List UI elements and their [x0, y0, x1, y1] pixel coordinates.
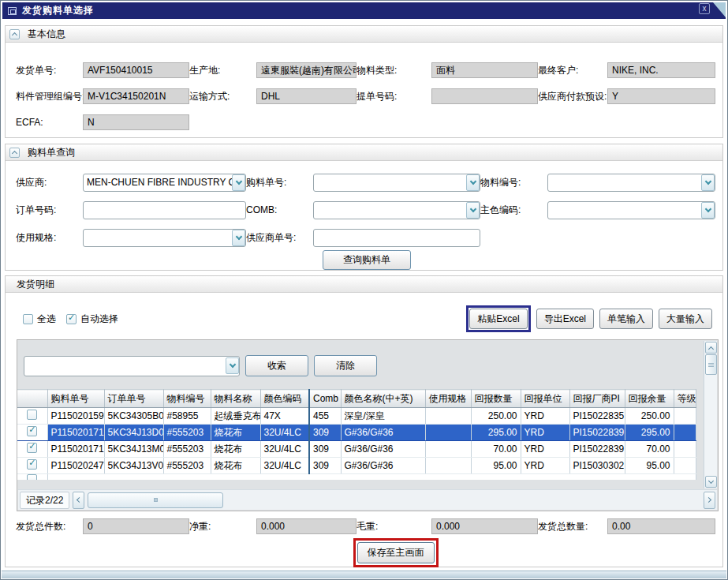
cell-material-no[interactable]: #555203 — [163, 425, 211, 441]
cell-color-name[interactable]: G#36/G#36 — [341, 425, 425, 441]
cell-spec[interactable] — [425, 425, 471, 441]
col-color-name[interactable]: 颜色名称(中+英) — [341, 390, 425, 408]
horizontal-scroll-thumb[interactable] — [88, 492, 223, 508]
cell-comb[interactable]: 309 — [309, 458, 341, 474]
cell-order-no[interactable]: 5KC34J13D03 — [104, 425, 163, 441]
cell-po[interactable]: P115020159 — [47, 408, 104, 425]
grid-search-button[interactable]: 收索 — [245, 355, 308, 376]
cell-material-name[interactable]: 烧花布 — [211, 425, 260, 441]
cell-material-name[interactable]: 烧花布 — [211, 441, 260, 458]
col-pi[interactable]: 回报厂商PI — [569, 390, 625, 408]
query-po-button[interactable]: 查询购料单 — [323, 250, 411, 270]
row-checkbox-cell[interactable] — [17, 425, 47, 441]
row-checkbox[interactable] — [27, 410, 37, 420]
cell-material-no[interactable]: #555203 — [163, 458, 211, 474]
col-checkbox[interactable] — [17, 390, 47, 408]
cell-po[interactable]: P115020247 — [47, 458, 104, 474]
cell-balance[interactable]: 250.00 — [625, 408, 674, 425]
cell-grade[interactable] — [674, 408, 696, 425]
paste-excel-button[interactable]: 粘贴Excel — [469, 309, 527, 329]
cell-order-no[interactable]: 5KC34305B02 — [104, 408, 163, 425]
chevron-down-icon[interactable] — [226, 357, 239, 374]
cell-color-name[interactable]: G#36/G#36 — [341, 458, 425, 474]
cell-comb[interactable]: 309 — [309, 425, 341, 441]
cell-po[interactable]: P115020171 — [47, 441, 104, 458]
cell-color-code[interactable]: 47X — [260, 408, 309, 425]
order-no-input[interactable] — [83, 201, 246, 219]
col-order-no[interactable]: 订单单号 — [104, 390, 163, 408]
vertical-scrollbar[interactable] — [704, 341, 717, 488]
col-color-code[interactable]: 颜色编码 — [260, 390, 309, 408]
cell-qty[interactable]: 70.00 — [471, 441, 521, 458]
save-to-main-button[interactable]: 保存至主画面 — [357, 542, 435, 563]
cell-material-name[interactable]: 烧花布 — [211, 458, 260, 474]
cell-unit[interactable]: YRD — [521, 408, 569, 425]
auto-select-checkbox[interactable] — [66, 314, 77, 324]
col-comb[interactable]: Comb — [309, 390, 341, 408]
chevron-down-icon[interactable] — [232, 174, 245, 191]
cell-balance[interactable]: 95.00 — [625, 458, 674, 474]
chevron-down-icon[interactable] — [701, 202, 715, 219]
cell-color-name[interactable]: 深皇/深皇 — [341, 408, 425, 425]
grid-search-combo[interactable] — [24, 356, 240, 376]
chevron-down-icon[interactable] — [701, 174, 715, 191]
cell-spec[interactable] — [425, 458, 471, 474]
grid-search-input[interactable] — [24, 358, 226, 373]
row-checkbox-cell[interactable] — [17, 441, 47, 458]
cell-pi[interactable]: PI15030302 — [569, 458, 625, 474]
cell-grade[interactable] — [674, 425, 696, 441]
export-excel-button[interactable]: 导出Excel — [536, 309, 594, 329]
horizontal-scroll-track[interactable] — [226, 492, 700, 508]
col-material-name[interactable]: 物料名称 — [211, 390, 260, 408]
cell-order-no[interactable]: 5KC34J13V03 — [104, 458, 163, 474]
spec-combo[interactable] — [83, 229, 246, 247]
cell-pi[interactable]: PI15022839 — [569, 425, 625, 441]
row-checkbox-cell[interactable] — [17, 408, 47, 425]
scroll-up-icon[interactable] — [705, 342, 717, 354]
vertical-scroll-thumb[interactable] — [705, 354, 717, 375]
cell-unit[interactable]: YRD — [521, 425, 569, 441]
table-row[interactable]: P115020171 5KC34J13M04 #555203 烧花布 32U/4… — [17, 441, 696, 458]
collapse-basic-icon[interactable] — [9, 29, 20, 39]
scroll-right-icon[interactable] — [704, 492, 715, 509]
col-unit[interactable]: 回报单位 — [521, 390, 569, 408]
row-checkbox-cell[interactable] — [17, 458, 47, 474]
scroll-left-icon[interactable] — [73, 492, 84, 509]
row-checkbox[interactable] — [27, 426, 37, 436]
cell-po[interactable]: P115020171 — [47, 425, 104, 441]
cell-material-name[interactable]: 起绒垂克布 — [211, 408, 260, 425]
supplier-no-input[interactable] — [313, 229, 480, 247]
close-icon[interactable] — [699, 3, 710, 14]
cell-pi[interactable]: PI15022835 — [569, 408, 625, 425]
cell-color-name[interactable]: G#36/G#36 — [341, 441, 425, 458]
po-no-combo[interactable] — [313, 174, 480, 192]
row-checkbox[interactable] — [27, 459, 37, 470]
chevron-down-icon[interactable] — [466, 202, 480, 219]
cell-balance[interactable]: 70.00 — [625, 441, 674, 458]
cell-balance[interactable]: 295.00 — [625, 425, 674, 441]
bulk-input-button[interactable]: 大量输入 — [659, 309, 712, 329]
cell-material-no[interactable]: #58955 — [163, 408, 211, 425]
cell-color-code[interactable]: 32U/4LC — [260, 441, 309, 458]
chevron-down-icon[interactable] — [232, 230, 245, 246]
chevron-down-icon[interactable] — [466, 174, 480, 191]
col-spec[interactable]: 使用规格 — [425, 390, 471, 408]
col-qty[interactable]: 回报数量 — [471, 390, 521, 408]
main-color-combo[interactable] — [547, 201, 715, 219]
cell-color-code[interactable]: 32U/4LC — [260, 425, 309, 441]
cell-grade[interactable] — [674, 458, 696, 474]
cell-spec[interactable] — [425, 408, 471, 425]
cell-spec[interactable] — [425, 441, 471, 458]
collapse-query-icon[interactable] — [9, 148, 20, 158]
cell-comb[interactable]: 309 — [309, 441, 341, 458]
table-row[interactable]: P115020159 5KC34305B02 #58955 起绒垂克布 47X … — [17, 408, 696, 425]
grid-clear-button[interactable]: 清除 — [314, 355, 377, 376]
supplier-combo[interactable]: MEN-CHUEN FIBRE INDUSTRY CO., ... — [83, 174, 246, 192]
col-balance[interactable]: 回报余量 — [625, 390, 674, 408]
cell-unit[interactable]: YRD — [521, 441, 569, 458]
cell-comb[interactable]: 455 — [309, 408, 341, 425]
single-input-button[interactable]: 单笔输入 — [599, 309, 653, 329]
cell-material-no[interactable]: #555203 — [163, 441, 211, 458]
cell-pi[interactable]: PI15022839 — [569, 441, 625, 458]
select-all-checkbox[interactable] — [23, 314, 33, 324]
